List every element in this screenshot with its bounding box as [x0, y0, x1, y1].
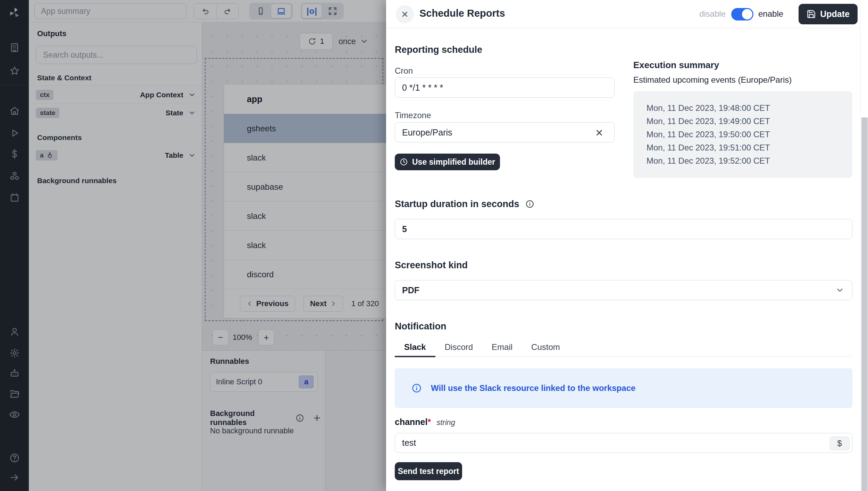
execution-events-box: Mon, 11 Dec 2023, 19:48:00 CET Mon, 11 D… [633, 91, 852, 178]
send-test-report-button[interactable]: Send test report [395, 462, 462, 480]
startup-duration-input[interactable] [395, 219, 852, 239]
drawer-backdrop[interactable] [0, 0, 386, 491]
insert-variable-button[interactable]: $ [829, 436, 850, 450]
channel-field-label: channel* string [395, 417, 455, 427]
timezone-input[interactable] [395, 122, 615, 142]
reporting-schedule-heading: Reporting schedule [395, 44, 482, 55]
notification-heading: Notification [395, 321, 446, 332]
info-icon [411, 383, 422, 393]
execution-summary-subtitle: Estimated upcoming events (Europe/Paris) [633, 75, 792, 85]
app-editor-screen: |o| Outputs State & Context ctx App Cont… [0, 0, 868, 491]
chevron-down-icon [835, 286, 844, 295]
info-icon[interactable] [525, 199, 534, 208]
tab-custom[interactable]: Custom [522, 338, 569, 357]
execution-event: Mon, 11 Dec 2023, 19:48:00 CET [646, 101, 852, 115]
drawer-title: Schedule Reports [419, 8, 505, 19]
clear-timezone-button[interactable] [594, 127, 605, 138]
screenshot-kind-select[interactable]: PDF [395, 280, 852, 300]
slack-info-banner: Will use the Slack resource linked to th… [395, 368, 852, 408]
channel-type-hint: string [436, 418, 455, 427]
toggle-knob [742, 9, 752, 19]
execution-summary-heading: Execution summary [633, 60, 719, 71]
notification-tabs: Slack Discord Email Custom [395, 338, 852, 357]
enable-toggle[interactable] [731, 8, 753, 21]
cron-input[interactable] [395, 77, 615, 98]
tab-email[interactable]: Email [482, 338, 522, 357]
update-button[interactable]: Update [799, 4, 858, 24]
cron-label: Cron [395, 66, 413, 76]
save-icon [807, 9, 816, 19]
close-drawer-button[interactable] [396, 5, 414, 23]
clock-icon [400, 158, 408, 166]
schedule-reports-drawer: Schedule Reports disable enable Update R… [386, 0, 868, 491]
execution-event: Mon, 11 Dec 2023, 19:51:00 CET [646, 141, 852, 154]
channel-input[interactable] [395, 433, 852, 453]
execution-event: Mon, 11 Dec 2023, 19:49:00 CET [646, 115, 852, 128]
tab-discord[interactable]: Discord [435, 338, 482, 357]
screenshot-kind-heading: Screenshot kind [395, 260, 468, 271]
execution-event: Mon, 11 Dec 2023, 19:52:00 CET [646, 154, 852, 167]
toggle-off-label: disable [687, 9, 726, 19]
clear-icon [595, 128, 604, 137]
drawer-header: Schedule Reports disable enable Update [386, 0, 868, 28]
page-scrollbar[interactable] [860, 0, 868, 491]
execution-event: Mon, 11 Dec 2023, 19:50:00 CET [646, 128, 852, 141]
timezone-label: Timezone [395, 111, 431, 120]
scrollbar-thumb[interactable] [861, 117, 868, 491]
toggle-on-label: enable [758, 9, 783, 19]
required-asterisk: * [427, 417, 431, 427]
startup-duration-heading: Startup duration in seconds [395, 199, 534, 210]
use-simplified-builder-button[interactable]: Use simplified builder [395, 154, 500, 170]
slack-info-message: Will use the Slack resource linked to th… [431, 383, 635, 393]
close-icon [401, 10, 409, 18]
tab-slack[interactable]: Slack [395, 338, 435, 357]
